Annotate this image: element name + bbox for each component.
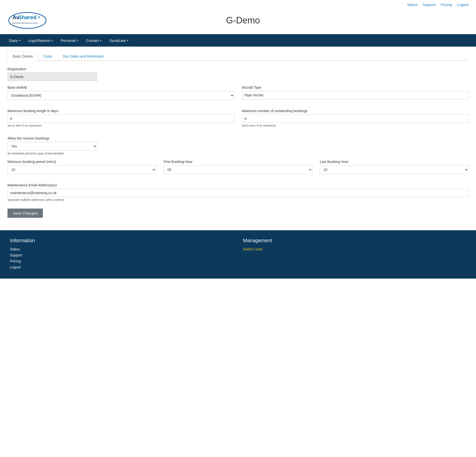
nav-item-syndicate[interactable]: Syndicate ▾ [105, 35, 132, 46]
allow-wx-label: Allow Wx reserve bookings [7, 136, 97, 140]
base-airfield-group: Base Airfield Goodwood (EGHR) [7, 85, 234, 100]
min-booking-period-select[interactable]: 15 30 45 60 [7, 165, 156, 174]
min-booking-period-label: Minimum booking period (mins) [7, 160, 156, 164]
first-booking-hour-select[interactable]: 00010203 04050607 08091011 12131415 1617… [164, 165, 312, 174]
top-nav-logout[interactable]: Logout [457, 2, 469, 7]
max-outstanding-hint: set to zero if no maximum [242, 124, 469, 127]
chevron-down-icon: ▾ [77, 39, 78, 42]
max-outstanding-group: Maximum number of outstanding bookings s… [242, 109, 469, 127]
tab-basic-details[interactable]: Basic Details [7, 52, 38, 61]
allow-wx-hint: an extended period in case of bad weathe… [7, 152, 97, 155]
allow-wx-group: Allow Wx reserve bookings Yes No an exte… [7, 136, 97, 155]
maintenance-email-label: Maintenance Email Address(es) [7, 183, 469, 187]
footer-information: Information Status Support Pricing Logou… [10, 238, 233, 271]
max-booking-days-label: Maximum booking length in days [7, 109, 234, 113]
maintenance-email-group: Maintenance Email Address(es) seperate m… [7, 183, 469, 202]
main-navigation: Diary ▾ Logs/Reports ▾ Personal ▾ Contac… [0, 34, 476, 47]
footer-link-switch-level[interactable]: Switch Level [243, 247, 263, 251]
registration-input[interactable] [7, 73, 97, 81]
page-title: G-Demo [17, 15, 469, 26]
tab-costs[interactable]: Costs [38, 52, 58, 61]
last-booking-hour-select[interactable]: 00010203 04050607 08091011 12131415 1617… [320, 165, 469, 174]
booking-hours-row: Minimum booking period (mins) 15 30 45 6… [7, 160, 469, 179]
airfield-type-row: Base Airfield Goodwood (EGHR) Aircraft T… [7, 85, 469, 104]
footer-link-support[interactable]: Support [10, 253, 22, 257]
registration-group: Registration [7, 67, 97, 81]
footer-information-title: Information [10, 238, 233, 243]
tab-bar: Basic Details Costs Due Dates and Remind… [7, 52, 469, 61]
top-nav-support[interactable]: Support [423, 2, 436, 7]
last-booking-hour-label: Last Booking Hour [320, 160, 469, 164]
first-booking-hour-group: First Booking Hour 00010203 04050607 080… [164, 160, 312, 174]
aircraft-type-input[interactable] [242, 91, 469, 99]
allow-wx-select[interactable]: Yes No [7, 142, 97, 151]
maintenance-email-input[interactable] [7, 189, 469, 197]
maintenance-email-hint: seperate multiple addresses with a comma [7, 198, 469, 202]
footer-link-status[interactable]: Status [10, 247, 20, 251]
nav-item-contact[interactable]: Contact ▾ [82, 35, 105, 46]
nav-item-diary[interactable]: Diary ▾ [5, 35, 24, 46]
footer-management: Management Switch Level [243, 238, 466, 271]
booking-limits-row: Maximum booking length in days set to ze… [7, 109, 469, 132]
last-booking-hour-group: Last Booking Hour 00010203 04050607 0809… [320, 160, 469, 174]
footer: Information Status Support Pricing Logou… [0, 230, 476, 279]
chevron-down-icon: ▾ [100, 39, 101, 42]
first-booking-hour-label: First Booking Hour [164, 160, 312, 164]
chevron-down-icon: ▾ [127, 39, 128, 42]
footer-management-links: Switch Level [243, 247, 466, 251]
aircraft-type-label: Aircraft Type [242, 85, 469, 89]
max-outstanding-label: Maximum number of outstanding bookings [242, 109, 469, 113]
top-nav-status[interactable]: Status [407, 2, 418, 7]
chevron-down-icon: ▾ [52, 39, 53, 42]
nav-item-logs-reports[interactable]: Logs/Reports ▾ [24, 35, 57, 46]
max-outstanding-input[interactable] [242, 114, 469, 123]
aircraft-type-group: Aircraft Type [242, 85, 469, 100]
basic-details-form: Registration Base Airfield Goodwood (EGH… [7, 67, 469, 218]
max-booking-days-input[interactable] [7, 114, 234, 123]
top-navigation: Status Support Pricing Logout [0, 0, 476, 9]
registration-label: Registration [7, 67, 97, 71]
chevron-down-icon: ▾ [19, 39, 20, 42]
min-booking-period-group: Minimum booking period (mins) 15 30 45 6… [7, 160, 156, 174]
top-nav-pricing[interactable]: Pricing [441, 2, 452, 7]
save-changes-button[interactable]: Save Changes [7, 209, 43, 218]
content-area: Basic Details Costs Due Dates and Remind… [0, 47, 476, 225]
footer-information-links: Status Support Pricing Logout [10, 247, 233, 269]
max-booking-days-hint: set to zero if no maximum [7, 124, 234, 127]
nav-item-personal[interactable]: Personal ▾ [57, 35, 82, 46]
max-booking-days-group: Maximum booking length in days set to ze… [7, 109, 234, 127]
tab-due-dates[interactable]: Due Dates and Reminders [58, 52, 109, 61]
header: Av Shared ✈ Shared Aircraft Diary And Mo… [0, 9, 476, 34]
footer-link-logout[interactable]: Logout [10, 265, 21, 269]
base-airfield-label: Base Airfield [7, 85, 234, 89]
footer-management-title: Management [243, 238, 466, 243]
base-airfield-select[interactable]: Goodwood (EGHR) [7, 91, 234, 100]
footer-link-pricing[interactable]: Pricing [10, 259, 21, 263]
